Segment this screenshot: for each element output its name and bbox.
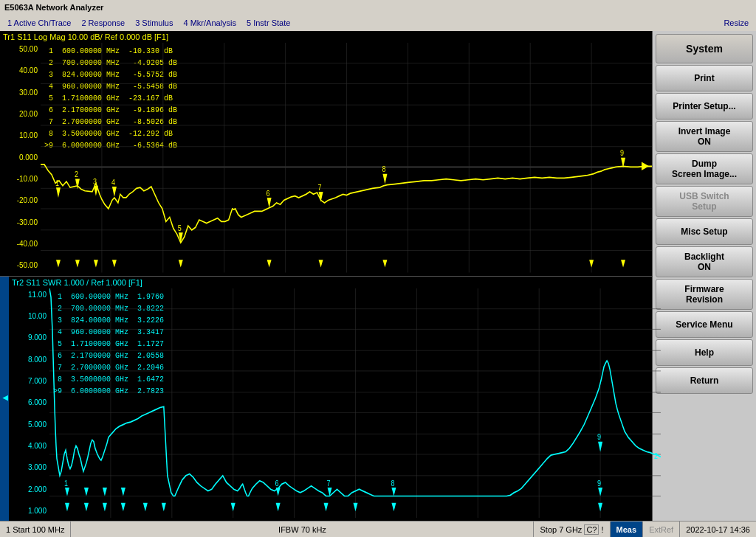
- svg-marker-91: [391, 502, 396, 511]
- y2-label-2: 9.000: [9, 333, 49, 343]
- chart-area: Tr1 S11 Log Mag 10.00 dB/ Ref 0.000 dB […: [0, 31, 653, 521]
- status-start: 1 Start 100 MHz: [0, 522, 71, 537]
- status-channel: C?: [584, 524, 599, 535]
- chart-top-svg: 1 2 3 4 5 6: [41, 43, 652, 273]
- dump-screen-button[interactable]: Dump Screen Image...: [656, 153, 753, 184]
- svg-marker-92: [598, 502, 602, 511]
- chart-bottom: ▶ Tr2 S11 SWR 1.000 / Ref 1.000 [F1] 11.…: [0, 277, 652, 522]
- status-meas[interactable]: Meas: [611, 522, 644, 537]
- svg-text:5: 5: [178, 224, 182, 232]
- y-label-7: -20.00: [0, 195, 41, 206]
- svg-marker-84: [121, 502, 126, 511]
- svg-marker-29: [267, 198, 272, 208]
- chart-top-title: Tr1 S11 Log Mag 10.00 dB/ Ref 0.000 dB […: [3, 32, 168, 41]
- chart-top-canvas: 50.00 40.00 30.00 20.00 10.00 0.000 -10.…: [0, 43, 652, 273]
- active-trace-indicator: ▶: [1, 395, 9, 403]
- svg-marker-33: [382, 174, 387, 184]
- y-label-1: 40.00: [0, 66, 41, 76]
- y2-label-0: 11.00: [9, 290, 49, 300]
- y-label-10: -50.00: [0, 260, 41, 271]
- svg-marker-38: [56, 260, 61, 267]
- y-label-0: 50.00: [0, 44, 41, 55]
- svg-marker-44: [319, 260, 323, 267]
- menu-response[interactable]: 2 Response: [77, 17, 129, 29]
- y2-label-3: 8.000: [9, 355, 49, 365]
- firmware-revision-button[interactable]: Firmware Revision: [656, 279, 753, 310]
- svg-marker-46: [589, 260, 594, 267]
- misc-setup-button[interactable]: Misc Setup: [656, 218, 753, 245]
- chart-top-y-axis: 50.00 40.00 30.00 20.00 10.00 0.000 -10.…: [0, 43, 41, 273]
- backlight-button[interactable]: Backlight ON: [656, 246, 753, 277]
- svg-marker-88: [276, 502, 281, 511]
- status-extref: ExtRef: [643, 522, 680, 537]
- chart-bottom-svg: 2 1 6 7 8 9: [49, 288, 661, 519]
- y2-label-6: 5.000: [9, 420, 49, 430]
- return-button[interactable]: Return: [656, 367, 753, 394]
- sidebar: System Print Printer Setup... Invert Ima…: [653, 31, 756, 521]
- svg-text:4: 4: [111, 178, 116, 187]
- svg-text:1: 1: [55, 179, 59, 187]
- svg-text:3: 3: [93, 177, 97, 186]
- printer-setup-button[interactable]: Printer Setup...: [656, 93, 753, 119]
- svg-text:2: 2: [654, 451, 658, 460]
- svg-marker-85: [143, 502, 148, 511]
- svg-marker-71: [103, 487, 107, 496]
- y-label-8: -30.00: [0, 218, 41, 228]
- y2-label-7: 4.000: [9, 441, 49, 451]
- svg-marker-68: [65, 487, 69, 496]
- y2-label-10: 1.000: [9, 506, 49, 516]
- menu-bar: 1 Active Ch/Trace 2 Response 3 Stimulus …: [0, 15, 756, 31]
- svg-marker-42: [179, 260, 183, 267]
- svg-marker-19: [56, 187, 61, 198]
- main-area: Tr1 S11 Log Mag 10.00 dB/ Ref 0.000 dB […: [0, 31, 756, 521]
- menu-mkr[interactable]: 4 Mkr/Analysis: [179, 17, 241, 29]
- svg-text:9: 9: [597, 432, 601, 441]
- svg-marker-82: [84, 502, 89, 511]
- chart-bottom-title: Tr2 S11 SWR 1.000 / Ref 1.000 [F1]: [12, 278, 142, 287]
- svg-marker-86: [162, 502, 166, 511]
- svg-text:7: 7: [318, 183, 322, 192]
- svg-text:2: 2: [75, 170, 78, 179]
- svg-marker-70: [84, 487, 89, 496]
- y-label-9: -40.00: [0, 239, 41, 249]
- usb-switch-button[interactable]: USB Switch Setup: [656, 186, 753, 217]
- status-exclaim: !: [602, 525, 604, 534]
- svg-marker-77: [391, 487, 396, 496]
- menu-stimulus[interactable]: 3 Stimulus: [131, 17, 177, 29]
- chart-top: Tr1 S11 Log Mag 10.00 dB/ Ref 0.000 dB […: [0, 31, 652, 277]
- y-label-2: 30.00: [0, 88, 41, 98]
- svg-marker-87: [231, 502, 236, 511]
- menu-instr[interactable]: 5 Instr State: [242, 17, 295, 29]
- status-datetime: 2022-10-17 14:36: [680, 525, 756, 534]
- svg-text:6: 6: [267, 189, 270, 198]
- status-stop: Stop 7 GHz C? !: [534, 522, 610, 537]
- svg-marker-37: [642, 162, 649, 171]
- svg-marker-47: [621, 260, 625, 267]
- service-menu-button[interactable]: Service Menu: [656, 311, 753, 338]
- y2-label-8: 3.000: [9, 462, 49, 473]
- svg-marker-39: [75, 260, 80, 267]
- chart-bottom-canvas: 11.00 10.00 9.000 8.000 7.000 6.000 5.00…: [9, 288, 661, 519]
- svg-marker-23: [94, 186, 98, 196]
- svg-text:9: 9: [620, 149, 624, 158]
- y-label-4: 10.00: [0, 131, 41, 141]
- invert-image-button[interactable]: Invert Image ON: [656, 121, 753, 152]
- svg-marker-93: [598, 441, 602, 451]
- svg-marker-45: [382, 260, 387, 267]
- resize-button[interactable]: Resize: [719, 17, 753, 29]
- svg-marker-72: [121, 487, 126, 496]
- y-label-3: 20.00: [0, 109, 41, 119]
- menu-active-ch[interactable]: 1 Active Ch/Trace: [3, 17, 75, 29]
- svg-text:9: 9: [597, 479, 601, 488]
- svg-marker-40: [94, 260, 98, 267]
- svg-marker-79: [598, 487, 602, 496]
- svg-text:1: 1: [64, 479, 68, 488]
- svg-marker-83: [103, 502, 107, 511]
- svg-marker-89: [324, 502, 329, 511]
- y-label-6: -10.00: [0, 174, 41, 184]
- help-button[interactable]: Help: [656, 339, 753, 366]
- status-stop-text: Stop 7 GHz: [540, 525, 582, 534]
- title-text: E5063A Network Analyzer: [4, 3, 103, 12]
- svg-text:7: 7: [327, 479, 331, 488]
- print-button[interactable]: Print: [656, 65, 753, 91]
